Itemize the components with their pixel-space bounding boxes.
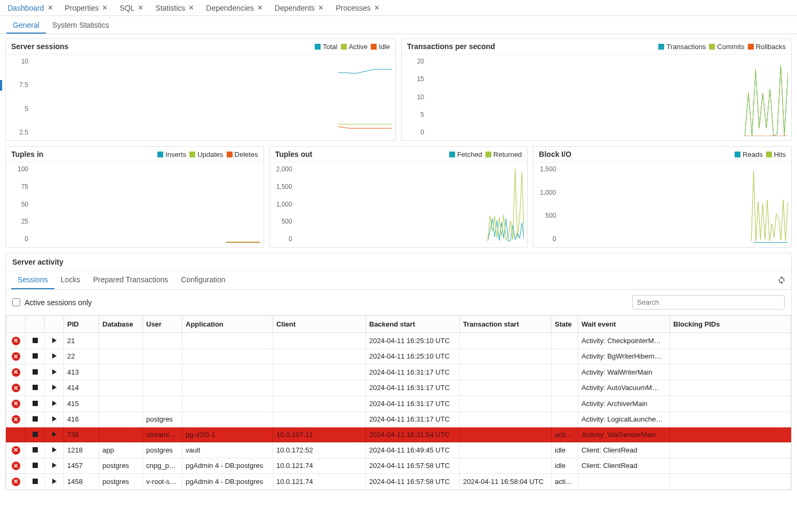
cell-bpids	[670, 458, 791, 474]
search-input[interactable]	[632, 295, 785, 309]
active-sessions-checkbox[interactable]	[12, 298, 20, 306]
table-row[interactable]: ✕1458postgresv-root-s…pgAdmin 4 - DB:pos…	[6, 474, 791, 490]
col-header[interactable]: PID	[64, 316, 99, 333]
main-tab-properties[interactable]: Properties✕	[61, 2, 113, 14]
table-row[interactable]: ✕1218apppostgresvault10.0.172.522024-04-…	[6, 442, 791, 458]
main-tab-sql[interactable]: SQL✕	[115, 2, 148, 14]
table-row[interactable]: ✕1457postgrescnpg_p…pgAdmin 4 - DB:postg…	[6, 458, 791, 474]
activity-tab-locks[interactable]: Locks	[54, 271, 87, 289]
cell-state: acti…	[552, 474, 578, 490]
expand-icon[interactable]	[52, 447, 57, 452]
active-sessions-toggle[interactable]: Active sessions only	[12, 298, 92, 307]
series-line-returned	[488, 169, 524, 241]
expand-icon[interactable]	[52, 338, 57, 343]
terminate-icon[interactable]: ✕	[12, 478, 20, 486]
tab-label: Properties	[65, 4, 99, 12]
terminate-icon[interactable]: ✕	[12, 384, 20, 392]
table-row[interactable]: ✕4132024-04-11 16:31:17 UTCActivity: Wal…	[6, 364, 791, 380]
close-icon[interactable]: ✕	[188, 4, 194, 12]
stop-icon[interactable]	[33, 463, 38, 468]
stop-icon[interactable]	[33, 338, 38, 343]
col-header[interactable]	[45, 316, 64, 333]
table-row[interactable]: ✕4142024-04-11 16:31:17 UTCActivity: Aut…	[6, 380, 791, 396]
close-icon[interactable]: ✕	[102, 4, 108, 12]
legend-swatch	[766, 152, 772, 157]
col-header[interactable]: Wait event	[578, 316, 670, 333]
activity-tab-prepared-transactions[interactable]: Prepared Transactions	[86, 271, 174, 289]
y-tick: 0	[533, 235, 559, 243]
close-icon[interactable]: ✕	[374, 4, 380, 12]
expand-icon[interactable]	[52, 401, 57, 406]
stop-icon[interactable]	[33, 479, 38, 484]
table-row[interactable]: 738streami…pg-d2f3-110.0.107.112024-04-1…	[6, 427, 791, 442]
close-icon[interactable]: ✕	[257, 4, 263, 12]
stop-icon[interactable]	[33, 416, 38, 422]
expand-icon[interactable]	[52, 416, 57, 422]
cell-db: postgres	[99, 474, 143, 490]
cell-b_start: 2024-04-11 16:31:17 UTC	[366, 364, 460, 380]
legend-item: Transactions	[658, 43, 706, 51]
cell-wait: Activity: WalSenderMain	[578, 427, 670, 442]
col-header[interactable]	[6, 316, 26, 333]
terminate-icon[interactable]: ✕	[12, 415, 20, 424]
tab-label: Dashboard	[7, 4, 44, 12]
terminate-icon[interactable]: ✕	[12, 368, 20, 377]
cell-t_start	[460, 411, 552, 427]
cell-pid: 414	[64, 380, 99, 396]
col-header[interactable]: Backend start	[366, 316, 460, 333]
expand-icon[interactable]	[52, 479, 57, 484]
activity-tab-configuration[interactable]: Configuration	[174, 271, 232, 289]
cell-t_start	[460, 333, 552, 349]
legend-label: Deletes	[235, 150, 258, 158]
col-header[interactable]: Database	[99, 316, 143, 333]
col-header[interactable]: Blocking PIDs	[670, 316, 791, 333]
terminate-icon[interactable]: ✕	[12, 337, 20, 345]
terminate-icon[interactable]: ✕	[12, 400, 20, 408]
col-header[interactable]: User	[143, 316, 182, 333]
cell-bpids	[670, 442, 791, 458]
sub-tab-system-statistics[interactable]: System Statistics	[46, 18, 116, 34]
terminate-icon[interactable]: ✕	[12, 352, 20, 361]
close-icon[interactable]: ✕	[47, 4, 53, 12]
col-header[interactable]: State	[552, 316, 578, 333]
main-tab-dependents[interactable]: Dependents✕	[270, 2, 329, 14]
table-row[interactable]: ✕4152024-04-11 16:31:17 UTCActivity: Arc…	[6, 396, 791, 412]
stop-icon[interactable]	[33, 353, 38, 359]
stop-icon[interactable]	[33, 385, 38, 390]
table-row[interactable]: ✕222024-04-11 16:25:10 UTCActivity: BgWr…	[6, 348, 791, 364]
col-header[interactable]	[26, 316, 45, 333]
stop-icon[interactable]	[33, 401, 38, 406]
cell-user: streami…	[143, 427, 182, 442]
cell-user: v-root-s…	[143, 474, 182, 490]
terminate-icon[interactable]: ✕	[12, 462, 20, 470]
close-icon[interactable]: ✕	[138, 4, 144, 12]
main-tab-dependencies[interactable]: Dependencies✕	[202, 2, 267, 14]
stop-icon[interactable]	[33, 369, 38, 375]
y-tick: 10	[402, 93, 427, 101]
legend: InsertsUpdatesDeletes	[157, 150, 258, 158]
table-row[interactable]: ✕416postgres2024-04-11 16:31:17 UTCActiv…	[6, 411, 791, 427]
close-icon[interactable]: ✕	[318, 4, 324, 12]
expand-icon[interactable]	[52, 385, 57, 390]
sub-tab-general[interactable]: General	[6, 18, 46, 34]
col-header[interactable]: Transaction start	[460, 316, 552, 333]
col-header[interactable]: Application	[182, 316, 273, 333]
chart-tuples-out: Tuples out FetchedReturned 2,0001,5001,0…	[269, 146, 528, 248]
table-row[interactable]: ✕212024-04-11 16:25:10 UTCActivity: Chec…	[6, 333, 791, 349]
expand-icon[interactable]	[52, 353, 57, 359]
main-tab-statistics[interactable]: Statistics✕	[151, 2, 198, 14]
y-tick: 100	[6, 165, 31, 173]
main-tab-dashboard[interactable]: Dashboard✕	[3, 2, 58, 14]
expand-icon[interactable]	[52, 432, 57, 437]
expand-icon[interactable]	[52, 463, 57, 468]
refresh-icon[interactable]	[777, 276, 786, 284]
main-tab-processes[interactable]: Processes✕	[331, 2, 384, 14]
col-header[interactable]: Client	[273, 316, 366, 333]
stop-icon[interactable]	[33, 447, 38, 452]
series-line-commits	[745, 66, 788, 136]
stop-icon[interactable]	[33, 432, 38, 437]
cell-user: postgres	[143, 411, 182, 427]
expand-icon[interactable]	[52, 369, 57, 375]
activity-tab-sessions[interactable]: Sessions	[11, 271, 54, 289]
terminate-icon[interactable]: ✕	[12, 446, 20, 455]
